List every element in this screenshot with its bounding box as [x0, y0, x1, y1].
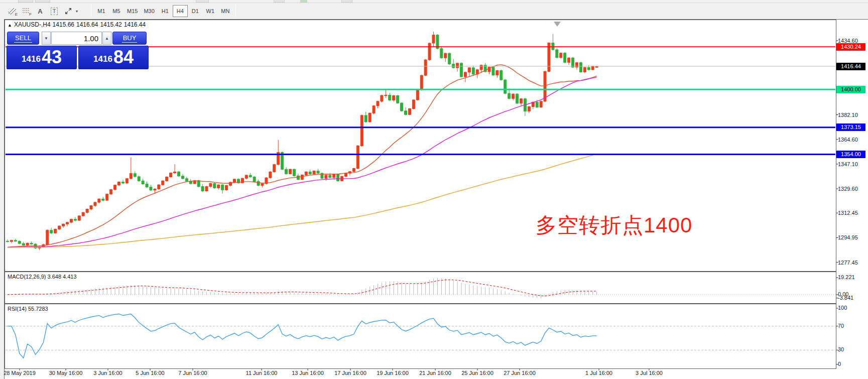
- toolbar: EFAT▾ M1M5M15M30H1H4D1W1MN: [0, 3, 868, 19]
- rsi-tick-label: 100: [838, 305, 847, 311]
- fibonacci-f-icon[interactable]: F: [19, 5, 33, 18]
- price-level-badge: 1400.00: [836, 86, 865, 93]
- timeframe-buttons-group: M1M5M15M30H1H4D1W1MN: [88, 3, 238, 19]
- macd-tick-label: -3.841: [838, 295, 853, 301]
- rsi-tick-label: 70: [838, 323, 844, 329]
- price-level-badge: 1430.24: [836, 43, 865, 51]
- arrows-icon[interactable]: [61, 5, 75, 18]
- time-axis-label: 11 Jun 16:00: [246, 370, 278, 376]
- close-value: 1416.44: [124, 21, 146, 28]
- price-tick-label: 1382.10: [838, 111, 868, 118]
- buy-price-display[interactable]: 141684: [78, 46, 149, 69]
- time-axis-label: 25 Jun 16:00: [461, 370, 493, 376]
- price-tick-label: 1347.10: [838, 161, 868, 168]
- price-tick-label: 1294.95: [838, 234, 868, 241]
- one-click-trading-panel: SELL ▼ ▲ BUY 141643 141684: [7, 31, 151, 70]
- text-a-icon[interactable]: A: [33, 5, 47, 18]
- timeframe-button-m30[interactable]: M30: [141, 5, 157, 17]
- price-level-badge: 1354.00: [836, 151, 865, 158]
- time-axis-label: 1 Jul 16:00: [585, 370, 612, 376]
- price-tick-label: 1277.45: [838, 259, 868, 266]
- high-value: 1416.64: [76, 21, 98, 28]
- arrows-dropdown-caret[interactable]: ▾: [76, 9, 78, 14]
- macd-indicator-label: MACD(12,26,9) 3.648 4.413: [8, 274, 77, 280]
- symbol-timeframe-label: XAUUSD-,H4: [14, 21, 51, 28]
- current-price-badge: 1416.44: [836, 63, 865, 70]
- time-axis-label: 19 Jun 16:00: [377, 370, 409, 376]
- rsi-indicator-label: RSI(14) 55.7283: [8, 306, 48, 312]
- collapse-arrow-icon[interactable]: ▲: [8, 23, 12, 28]
- price-tick-label: 1364.60: [838, 136, 868, 143]
- time-axis-label: 28 May 2019: [4, 370, 36, 376]
- timeframe-button-w1[interactable]: W1: [203, 5, 218, 17]
- chart-ohlc-title: ▲XAUUSD-,H41415.661416.641415.421416.44: [8, 21, 148, 28]
- timeframe-button-m5[interactable]: M5: [109, 5, 124, 17]
- macd-tick-label: 19.221: [838, 274, 855, 280]
- sell-button[interactable]: SELL: [7, 32, 39, 45]
- time-axis-label: 5 Jun 16:00: [136, 370, 165, 376]
- rsi-tick-label: 0: [838, 361, 841, 367]
- price-tick-label: 1312.45: [838, 209, 868, 216]
- volume-decrease-button[interactable]: ▼: [42, 32, 51, 45]
- chart-window[interactable]: ▲XAUUSD-,H41415.661416.641415.421416.44 …: [4, 19, 868, 379]
- volume-increase-button[interactable]: ▲: [102, 32, 111, 45]
- equidistant-channel-e-icon[interactable]: E: [5, 5, 19, 18]
- time-axis-label: 21 Jun 16:00: [419, 370, 451, 376]
- chart-canvas[interactable]: [5, 20, 868, 379]
- timeframe-button-d1[interactable]: D1: [188, 5, 203, 17]
- drawing-tools-group: EFAT▾: [5, 3, 78, 19]
- timeframe-button-h1[interactable]: H1: [158, 5, 173, 17]
- sell-price-display[interactable]: 141643: [7, 46, 77, 69]
- time-axis-label: 3 Jun 16:00: [93, 370, 122, 376]
- time-axis-label: 3 Jul 16:00: [636, 370, 663, 376]
- textbox-t-icon[interactable]: T: [47, 5, 61, 18]
- time-axis-label: 30 May 16:00: [49, 370, 83, 376]
- time-axis-label: 7 Jun 16:00: [178, 370, 207, 376]
- rsi-tick-label: 30: [838, 346, 844, 352]
- time-axis-label: 17 Jun 16:00: [334, 370, 366, 376]
- timeframe-button-mn[interactable]: MN: [218, 5, 233, 17]
- buy-button[interactable]: BUY: [112, 32, 147, 45]
- price-tick-label: 1329.60: [838, 185, 868, 192]
- time-axis-label: 27 Jun 16:00: [504, 370, 536, 376]
- timeframe-button-h4[interactable]: H4: [173, 5, 188, 17]
- volume-input[interactable]: [51, 32, 102, 45]
- time-axis-label: 13 Jun 16:00: [292, 370, 324, 376]
- open-value: 1415.66: [53, 21, 74, 28]
- low-value: 1415.42: [100, 21, 121, 28]
- timeframe-button-m1[interactable]: M1: [94, 5, 109, 17]
- chart-text-annotation: 多空转折点1400: [536, 211, 692, 239]
- timeframe-button-m15[interactable]: M15: [124, 5, 141, 17]
- price-level-badge: 1373.15: [836, 123, 865, 131]
